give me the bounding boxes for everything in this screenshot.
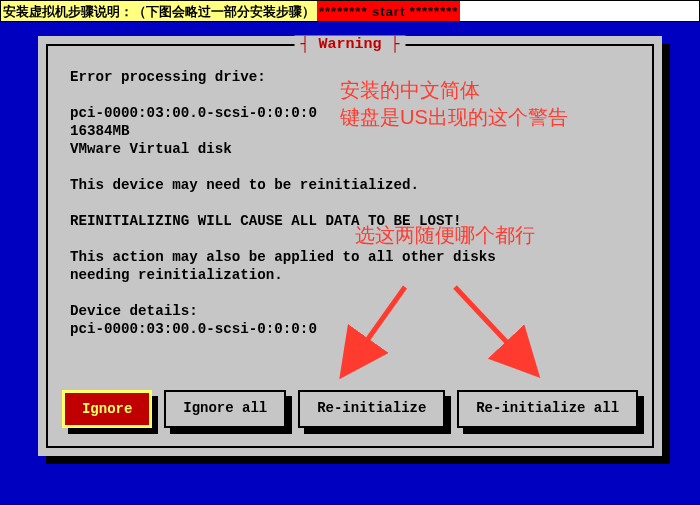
reinitialize-all-button[interactable]: Re-initialize all xyxy=(457,390,638,428)
instruction-start: ******** start ******** xyxy=(317,1,460,21)
dialog-border: ┤ Warning ├ Error processing drive: pci-… xyxy=(46,44,654,448)
ignore-button[interactable]: Ignore xyxy=(62,390,152,428)
warning-dialog: ┤ Warning ├ Error processing drive: pci-… xyxy=(38,36,662,456)
ignore-all-button[interactable]: Ignore all xyxy=(164,390,286,428)
dialog-body-text: Error processing drive: pci-0000:03:00.0… xyxy=(70,68,630,338)
reinitialize-button[interactable]: Re-initialize xyxy=(298,390,445,428)
installer-screen: ┤ Warning ├ Error processing drive: pci-… xyxy=(0,22,700,505)
instruction-label: 安装虚拟机步骤说明：（下图会略过一部分安装步骤） xyxy=(1,1,317,21)
dialog-title: ┤ Warning ├ xyxy=(294,36,405,53)
instruction-bar: 安装虚拟机步骤说明：（下图会略过一部分安装步骤）******** start *… xyxy=(0,0,700,22)
dialog-button-row: Ignore Ignore all Re-initialize Re-initi… xyxy=(62,390,638,428)
